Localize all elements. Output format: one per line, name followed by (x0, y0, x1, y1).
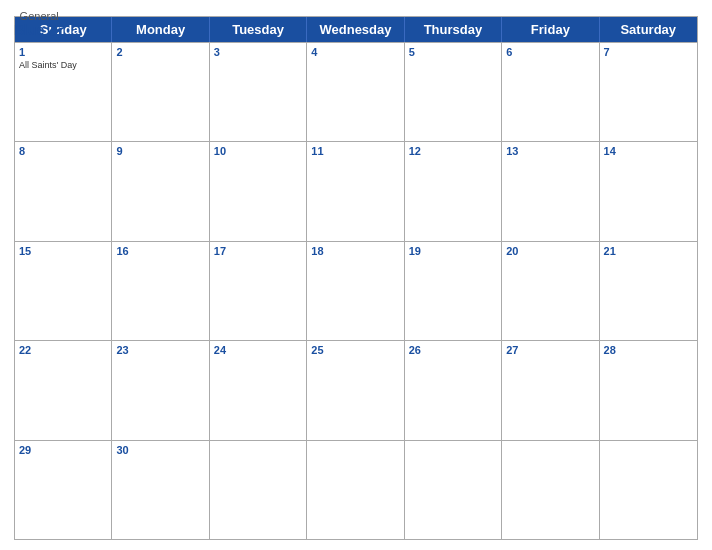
day-number: 24 (214, 344, 302, 357)
day-cell: 13 (502, 142, 599, 240)
day-number: 10 (214, 145, 302, 158)
day-cell: 9 (112, 142, 209, 240)
day-number: 28 (604, 344, 693, 357)
day-cell: 28 (600, 341, 697, 439)
day-number: 2 (116, 46, 204, 59)
day-cell: 25 (307, 341, 404, 439)
day-cell: 14 (600, 142, 697, 240)
day-number: 16 (116, 245, 204, 258)
day-cell: 27 (502, 341, 599, 439)
day-number: 4 (311, 46, 399, 59)
day-header-tuesday: Tuesday (210, 17, 307, 42)
day-header-thursday: Thursday (405, 17, 502, 42)
day-cell: 29 (15, 441, 112, 539)
day-number: 8 (19, 145, 107, 158)
day-cell (600, 441, 697, 539)
day-cell: 21 (600, 242, 697, 340)
day-cell: 26 (405, 341, 502, 439)
day-cell (307, 441, 404, 539)
day-cell: 24 (210, 341, 307, 439)
day-number: 3 (214, 46, 302, 59)
day-cell: 19 (405, 242, 502, 340)
day-cell: 5 (405, 43, 502, 141)
day-cell: 16 (112, 242, 209, 340)
day-cell: 17 (210, 242, 307, 340)
day-number: 20 (506, 245, 594, 258)
day-header-saturday: Saturday (600, 17, 697, 42)
day-number: 22 (19, 344, 107, 357)
day-number: 15 (19, 245, 107, 258)
day-cell: 11 (307, 142, 404, 240)
day-number: 7 (604, 46, 693, 59)
day-number: 17 (214, 245, 302, 258)
day-number: 25 (311, 344, 399, 357)
day-number: 5 (409, 46, 497, 59)
day-number: 6 (506, 46, 594, 59)
day-number: 30 (116, 444, 204, 457)
day-number: 23 (116, 344, 204, 357)
day-number: 29 (19, 444, 107, 457)
logo-general: General (20, 10, 59, 22)
day-number: 12 (409, 145, 497, 158)
day-cell (405, 441, 502, 539)
week-row-2: 891011121314 (15, 141, 697, 240)
day-number: 18 (311, 245, 399, 258)
logo-blue-text: Blue (14, 22, 44, 38)
calendar-grid: SundayMondayTuesdayWednesdayThursdayFrid… (14, 16, 698, 540)
day-cell: 20 (502, 242, 599, 340)
day-number: 26 (409, 344, 497, 357)
week-row-4: 22232425262728 (15, 340, 697, 439)
day-headers-row: SundayMondayTuesdayWednesdayThursdayFrid… (15, 17, 697, 42)
week-row-3: 15161718192021 (15, 241, 697, 340)
day-cell: 2 (112, 43, 209, 141)
weeks-container: 1All Saints' Day234567891011121314151617… (15, 42, 697, 539)
day-cell: 4 (307, 43, 404, 141)
logo: General Blue (14, 10, 64, 38)
calendar-page: General Blue SundayMondayTuesdayWednesda… (0, 0, 712, 550)
day-cell: 6 (502, 43, 599, 141)
day-header-friday: Friday (502, 17, 599, 42)
day-cell (210, 441, 307, 539)
week-row-1: 1All Saints' Day234567 (15, 42, 697, 141)
day-header-monday: Monday (112, 17, 209, 42)
day-number: 13 (506, 145, 594, 158)
day-header-wednesday: Wednesday (307, 17, 404, 42)
day-number: 1 (19, 46, 107, 59)
logo-bird-icon (46, 23, 64, 37)
day-cell: 8 (15, 142, 112, 240)
day-cell: 30 (112, 441, 209, 539)
week-row-5: 2930 (15, 440, 697, 539)
day-cell (502, 441, 599, 539)
day-cell: 3 (210, 43, 307, 141)
day-cell: 22 (15, 341, 112, 439)
day-cell: 23 (112, 341, 209, 439)
day-number: 14 (604, 145, 693, 158)
day-number: 11 (311, 145, 399, 158)
day-cell: 15 (15, 242, 112, 340)
day-cell: 12 (405, 142, 502, 240)
day-cell: 1All Saints' Day (15, 43, 112, 141)
day-number: 9 (116, 145, 204, 158)
day-cell: 10 (210, 142, 307, 240)
logo-blue-part: Blue (14, 22, 64, 38)
day-cell: 7 (600, 43, 697, 141)
day-number: 27 (506, 344, 594, 357)
day-cell: 18 (307, 242, 404, 340)
day-number: 19 (409, 245, 497, 258)
day-number: 21 (604, 245, 693, 258)
event-label: All Saints' Day (19, 60, 107, 71)
